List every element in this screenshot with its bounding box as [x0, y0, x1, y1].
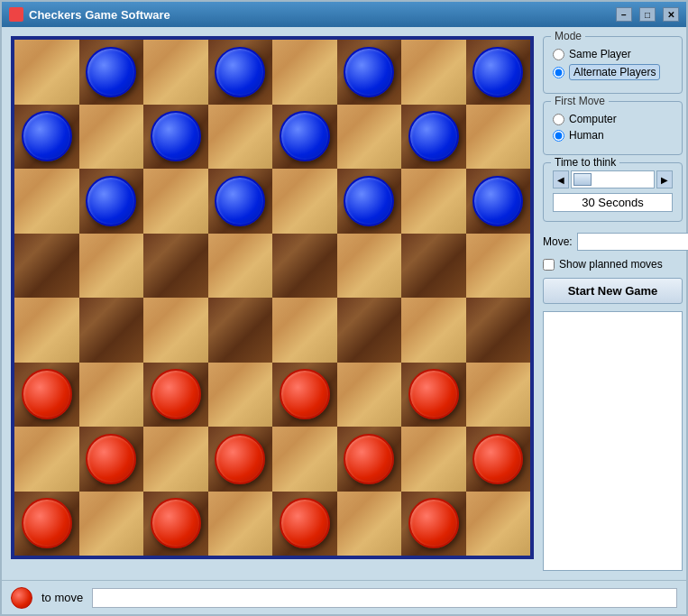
cell-4-6[interactable]	[401, 298, 466, 363]
alternate-players-option[interactable]: Alternate Players	[553, 64, 673, 80]
cell-0-2[interactable]	[143, 40, 208, 105]
cell-1-3[interactable]	[208, 105, 273, 170]
cell-6-6[interactable]	[401, 427, 466, 492]
same-player-radio[interactable]	[553, 49, 564, 60]
cell-7-1[interactable]	[79, 492, 144, 556]
cell-7-3[interactable]	[208, 492, 273, 556]
cell-4-2[interactable]	[143, 298, 208, 363]
cell-6-0[interactable]	[14, 427, 79, 492]
blue-piece-1-6	[408, 111, 459, 161]
cell-5-7[interactable]	[466, 363, 531, 428]
cell-6-7[interactable]	[466, 427, 531, 492]
human-option[interactable]: Human	[553, 129, 673, 142]
cell-6-5[interactable]	[337, 427, 402, 492]
blue-piece-2-5	[344, 176, 394, 226]
cell-7-6[interactable]	[401, 492, 466, 556]
cell-5-0[interactable]	[14, 363, 79, 428]
cell-1-1[interactable]	[79, 105, 144, 170]
cell-2-4[interactable]	[272, 169, 337, 234]
cell-7-7[interactable]	[466, 492, 531, 556]
cell-0-1[interactable]	[79, 40, 144, 105]
cell-5-5[interactable]	[337, 363, 402, 428]
cell-2-5[interactable]	[337, 169, 402, 234]
cell-0-3[interactable]	[208, 40, 273, 105]
cell-6-4[interactable]	[272, 427, 337, 492]
red-piece-5-4	[280, 369, 330, 419]
cell-6-2[interactable]	[143, 427, 208, 492]
maximize-button[interactable]: □	[639, 7, 656, 22]
cell-5-4[interactable]	[272, 363, 337, 428]
cell-0-0[interactable]	[14, 40, 79, 105]
cell-7-2[interactable]	[143, 492, 208, 556]
cell-6-3[interactable]	[208, 427, 273, 492]
cell-5-6[interactable]	[401, 363, 466, 428]
start-new-game-button[interactable]: Start New Game	[543, 278, 683, 304]
cell-3-4[interactable]	[272, 234, 337, 299]
cell-1-5[interactable]	[337, 105, 402, 170]
cell-3-0[interactable]	[14, 234, 79, 299]
cell-4-5[interactable]	[337, 298, 402, 363]
cell-6-1[interactable]	[79, 427, 144, 492]
cell-3-3[interactable]	[208, 234, 273, 299]
status-input[interactable]	[92, 588, 677, 608]
status-text: to move	[41, 591, 83, 604]
cell-3-2[interactable]	[143, 234, 208, 299]
cell-3-1[interactable]	[79, 234, 144, 299]
cell-2-6[interactable]	[401, 169, 466, 234]
cell-4-1[interactable]	[79, 298, 144, 363]
status-piece-red	[11, 587, 32, 609]
cell-0-4[interactable]	[272, 40, 337, 105]
cell-1-7[interactable]	[466, 105, 531, 170]
cell-5-1[interactable]	[79, 363, 144, 428]
human-radio[interactable]	[553, 130, 564, 142]
move-input[interactable]	[577, 233, 688, 251]
time-display: 30 Seconds	[553, 193, 673, 212]
show-planned-checkbox[interactable]	[543, 259, 555, 271]
slider-thumb[interactable]	[573, 173, 592, 186]
cell-7-5[interactable]	[337, 492, 402, 556]
blue-piece-0-3	[215, 47, 265, 97]
cell-3-7[interactable]	[466, 234, 531, 299]
cell-4-4[interactable]	[272, 298, 337, 363]
computer-radio[interactable]	[553, 114, 564, 125]
cell-7-0[interactable]	[14, 492, 79, 556]
cell-4-0[interactable]	[14, 298, 79, 363]
cell-3-5[interactable]	[337, 234, 402, 299]
cell-2-1[interactable]	[79, 169, 144, 234]
cell-4-7[interactable]	[466, 298, 531, 363]
blue-piece-2-1	[86, 176, 136, 226]
cell-3-6[interactable]	[401, 234, 466, 299]
slider-right-arrow[interactable]: ▶	[656, 170, 673, 188]
cell-0-6[interactable]	[401, 40, 466, 105]
slider-left-arrow[interactable]: ◀	[553, 170, 569, 188]
cell-1-6[interactable]	[401, 105, 466, 170]
computer-option[interactable]: Computer	[553, 113, 673, 125]
red-piece-7-4	[280, 498, 330, 548]
slider-track[interactable]	[571, 170, 655, 188]
cell-4-3[interactable]	[208, 298, 273, 363]
cell-7-4[interactable]	[272, 492, 337, 556]
cell-1-0[interactable]	[14, 105, 79, 170]
cell-2-7[interactable]	[466, 169, 531, 234]
cell-0-7[interactable]	[466, 40, 531, 105]
cell-2-3[interactable]	[208, 169, 273, 234]
same-player-option[interactable]: Same Player	[553, 48, 673, 60]
cell-0-5[interactable]	[337, 40, 402, 105]
cell-1-2[interactable]	[143, 105, 208, 170]
blue-piece-0-7	[472, 47, 523, 97]
time-group-title: Time to think	[551, 156, 619, 169]
titlebar: Checkers Game Software − □ ✕	[2, 2, 686, 27]
blue-piece-1-0	[22, 111, 72, 161]
cell-5-2[interactable]	[143, 363, 208, 428]
show-planned-row[interactable]: Show planned moves	[543, 258, 683, 271]
first-move-group-title: First Move	[551, 95, 609, 107]
main-window: Checkers Game Software − □ ✕ Mode Same P…	[0, 0, 688, 616]
cell-2-0[interactable]	[14, 169, 79, 234]
alternate-players-radio[interactable]	[553, 67, 564, 78]
cell-2-2[interactable]	[143, 169, 208, 234]
red-piece-7-2	[151, 498, 201, 548]
minimize-button[interactable]: −	[616, 7, 632, 22]
cell-5-3[interactable]	[208, 363, 273, 428]
close-button[interactable]: ✕	[663, 7, 679, 22]
cell-1-4[interactable]	[272, 105, 337, 170]
